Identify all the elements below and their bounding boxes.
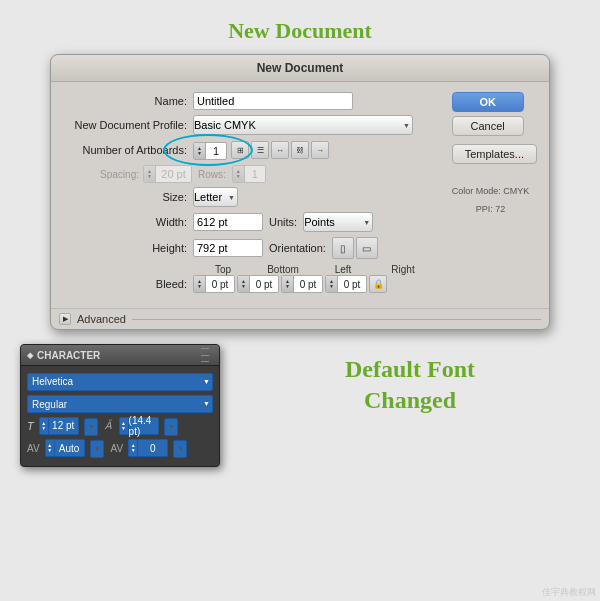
default-font-line2: Changed <box>240 385 580 416</box>
char-panel-collapse-icon[interactable]: ◆ <box>27 351 33 360</box>
font-style-select-wrap[interactable]: Regular <box>27 394 213 414</box>
spacing-stepper[interactable]: ▲ ▼ 20 pt <box>143 165 192 183</box>
tracking-select[interactable] <box>173 440 187 458</box>
landscape-orientation-icon[interactable]: ▭ <box>356 237 378 259</box>
width-input[interactable] <box>193 213 263 231</box>
spacing-value: 20 pt <box>156 168 191 180</box>
width-row: Width: Units: Points <box>63 212 442 232</box>
leading-unit-select[interactable] <box>164 418 178 436</box>
ok-button[interactable]: OK <box>452 92 524 112</box>
size-leading-row: T ▲ ▼ 12 pt A̋ ▲ ▼ (14.4 <box>27 416 213 436</box>
dialog-content: Name: New Document Profile: Basic CMYK N… <box>51 82 549 308</box>
tracking-value: 0 <box>138 439 168 457</box>
font-size-unit-select[interactable] <box>84 418 98 436</box>
height-input[interactable] <box>193 239 263 257</box>
new-document-dialog: New Document Name: New Document Profile:… <box>50 54 550 330</box>
rows-stepper-arrows: ▲ ▼ <box>233 165 245 183</box>
name-label: Name: <box>63 95 193 107</box>
size-label: Size: <box>63 191 193 203</box>
profile-select-wrapper[interactable]: Basic CMYK <box>193 115 413 135</box>
default-font-changed-text: Default Font Changed <box>240 344 580 416</box>
artboard-highlight: ▲ ▼ 1 <box>193 140 227 160</box>
size-row: Size: Letter <box>63 187 442 207</box>
height-row: Height: Orientation: ▯ ▭ <box>63 237 442 259</box>
color-mode-text: Color Mode: CMYK <box>452 186 530 196</box>
bleed-bottom-stepper[interactable]: ▲▼ 0 pt <box>237 275 279 293</box>
bleed-left-header: Left <box>313 264 373 275</box>
orientation-label: Orientation: <box>269 242 326 254</box>
character-panel-body: Helvetica Regular T ▲ ▼ <box>21 366 219 466</box>
size-select[interactable]: Letter <box>193 187 238 207</box>
leading-stepper[interactable]: ▲ ▼ (14.4 pt) <box>119 417 159 435</box>
link-icon[interactable]: ⛓ <box>291 141 309 159</box>
kerning-stepper[interactable]: ▲▼ Auto <box>45 439 85 457</box>
portrait-orientation-icon[interactable]: ▯ <box>332 237 354 259</box>
bleed-right-header: Right <box>373 264 433 275</box>
grid-icon[interactable]: ⊞ <box>231 141 249 159</box>
height-label: Height: <box>63 242 193 254</box>
artboards-stepper[interactable]: ▲ ▼ 1 <box>193 142 227 160</box>
bleed-row: Bleed: ▲▼ 0 pt ▲▼ 0 pt ▲▼ 0 pt <box>63 275 442 293</box>
color-mode-section: Color Mode: CMYK PPI: 72 <box>452 178 530 214</box>
leading-value: (14.4 pt) <box>129 417 159 435</box>
bottom-section: ◆ CHARACTER Helvetica Regular <box>20 344 580 467</box>
tracking-stepper[interactable]: ▲▼ 0 <box>128 439 168 457</box>
default-font-line1: Default Font <box>240 354 580 385</box>
dialog-buttons: OK Cancel Templates... Color Mode: CMYK … <box>452 92 537 298</box>
cancel-button[interactable]: Cancel <box>452 116 524 136</box>
units-label: Units: <box>269 216 297 228</box>
rows-icon[interactable]: ☰ <box>251 141 269 159</box>
spacing-stepper-arrows: ▲ ▼ <box>144 165 156 183</box>
bleed-top-stepper[interactable]: ▲▼ 0 pt <box>193 275 235 293</box>
dialog-form: Name: New Document Profile: Basic CMYK N… <box>63 92 442 298</box>
units-select[interactable]: Points <box>303 212 373 232</box>
font-style-row: Regular <box>27 394 213 414</box>
grip-handle[interactable] <box>201 348 209 362</box>
profile-select[interactable]: Basic CMYK <box>193 115 413 135</box>
dialog-titlebar: New Document <box>51 55 549 82</box>
advanced-divider <box>132 319 541 320</box>
size-select-wrapper[interactable]: Letter <box>193 187 238 207</box>
stepper-down-icon[interactable]: ▼ <box>197 151 202 156</box>
dialog-wrapper: New Document Name: New Document Profile:… <box>20 54 580 330</box>
bleed-top-header: Top <box>193 264 253 275</box>
font-family-select[interactable]: Helvetica <box>27 373 213 391</box>
units-select-wrapper[interactable]: Points <box>303 212 373 232</box>
font-style-select[interactable]: Regular <box>27 395 213 413</box>
bleed-bottom-header: Bottom <box>253 264 313 275</box>
bleed-top-value: 0 pt <box>206 279 234 290</box>
name-input[interactable] <box>193 92 353 110</box>
bleed-left-stepper[interactable]: ▲▼ 0 pt <box>281 275 323 293</box>
flow-icon[interactable]: ↔ <box>271 141 289 159</box>
name-row: Name: <box>63 92 442 110</box>
bleed-right-value: 0 pt <box>338 279 366 290</box>
spacing-label: Spacing: <box>63 169 143 180</box>
width-label: Width: <box>63 216 193 228</box>
artboard-icons: ⊞ ☰ ↔ ⛓ → <box>231 141 329 159</box>
font-size-stepper[interactable]: ▲ ▼ 12 pt <box>39 417 79 435</box>
templates-button[interactable]: Templates... <box>452 144 537 164</box>
font-family-select-wrap[interactable]: Helvetica <box>27 371 213 391</box>
character-panel: ◆ CHARACTER Helvetica Regular <box>20 344 220 467</box>
artboards-stepper-arrows[interactable]: ▲ ▼ <box>194 142 206 160</box>
advanced-label: Advanced <box>77 313 126 325</box>
size-down-icon[interactable]: ▼ <box>41 426 46 431</box>
bleed-bottom-value: 0 pt <box>250 279 278 290</box>
advanced-toggle[interactable]: ▶ <box>59 313 71 325</box>
leading-icon: A̋ <box>105 420 112 431</box>
arrow-icon[interactable]: → <box>311 141 329 159</box>
bleed-left-value: 0 pt <box>294 279 322 290</box>
profile-row: New Document Profile: Basic CMYK <box>63 115 442 135</box>
rows-stepper[interactable]: ▲ ▼ 1 <box>232 165 266 183</box>
kerning-select[interactable] <box>90 440 104 458</box>
font-family-row: Helvetica <box>27 371 213 391</box>
ppi-text: PPI: 72 <box>452 204 530 214</box>
rows-down: ▼ <box>236 174 241 179</box>
stepper-down: ▼ <box>147 174 152 179</box>
bleed-link-icon[interactable]: 🔒 <box>369 275 387 293</box>
leading-down-icon[interactable]: ▼ <box>121 426 126 431</box>
bleed-right-stepper[interactable]: ▲▼ 0 pt <box>325 275 367 293</box>
spacing-row: Spacing: ▲ ▼ 20 pt Rows: ▲ ▼ <box>63 165 442 183</box>
bleed-headers: Top Bottom Left Right <box>193 264 442 275</box>
kerning-value: Auto <box>55 439 85 457</box>
